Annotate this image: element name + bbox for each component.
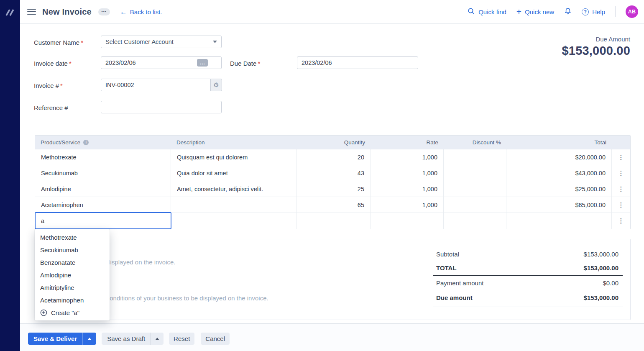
plus-icon: + bbox=[516, 7, 521, 16]
topbar: New Invoice ••• ← Back to list. Quick fi… bbox=[20, 0, 644, 24]
rate-cell[interactable] bbox=[371, 213, 444, 229]
page-title: New Invoice bbox=[42, 7, 92, 17]
discount-cell[interactable] bbox=[444, 149, 506, 165]
app-logo-icon[interactable] bbox=[5, 8, 15, 17]
caret-up-icon bbox=[88, 338, 91, 340]
help-button[interactable]: ? Help bbox=[582, 8, 605, 15]
save-and-deliver-button[interactable]: Save & Deliver bbox=[28, 333, 82, 345]
app-rail bbox=[0, 0, 20, 351]
info-icon[interactable]: i bbox=[83, 140, 89, 145]
reference-number-label: Reference # bbox=[34, 104, 68, 111]
discount-cell[interactable] bbox=[444, 181, 506, 197]
due-amount-row-label: Due amount bbox=[436, 294, 473, 301]
rate-cell[interactable]: 1,000 bbox=[371, 165, 444, 181]
column-header-description: Description bbox=[171, 136, 297, 149]
product-suggestions-dropdown: Methotrexate Secukinumab Benzonatate Aml… bbox=[35, 229, 110, 320]
quick-new-button[interactable]: + Quick new bbox=[516, 8, 554, 16]
quantity-cell[interactable] bbox=[297, 213, 371, 229]
total-value: $153,000.00 bbox=[584, 264, 618, 272]
help-icon: ? bbox=[582, 8, 589, 15]
row-menu-icon[interactable]: ⋮ bbox=[612, 213, 630, 229]
description-cell[interactable]: Quisquam est qui dolorem bbox=[171, 149, 297, 165]
discount-cell[interactable] bbox=[444, 165, 506, 181]
bell-icon bbox=[564, 8, 572, 16]
invoice-number-input[interactable] bbox=[101, 79, 211, 91]
total-cell: $43,000.00 bbox=[506, 165, 612, 181]
required-marker: * bbox=[81, 39, 83, 46]
description-cell[interactable] bbox=[171, 197, 297, 213]
save-as-draft-button[interactable]: Save as Draft bbox=[102, 333, 151, 345]
rate-cell[interactable]: 1,000 bbox=[371, 197, 444, 213]
totals-summary: Subtotal $153,000.00 TOTAL $153,000.00 P… bbox=[433, 247, 623, 307]
description-cell[interactable]: Amet, consectetur, adipisci velit. bbox=[171, 181, 297, 197]
circle-plus-icon bbox=[40, 309, 47, 316]
rate-cell[interactable]: 1,000 bbox=[371, 181, 444, 197]
save-and-deliver-menu-button[interactable] bbox=[82, 333, 96, 345]
rate-cell[interactable]: 1,000 bbox=[371, 149, 444, 165]
due-date-input[interactable] bbox=[297, 56, 418, 69]
gear-icon[interactable]: ⚙ bbox=[211, 79, 222, 91]
customer-account-select[interactable]: Select Customer Account bbox=[101, 36, 222, 48]
dropdown-option[interactable]: Benzonatate bbox=[35, 256, 110, 269]
back-link-label: Back to list. bbox=[130, 8, 162, 15]
column-header-actions bbox=[612, 136, 630, 149]
due-amount-row-value: $153,000.00 bbox=[584, 294, 618, 301]
help-label: Help bbox=[592, 8, 605, 15]
product-search-input[interactable]: a bbox=[35, 212, 171, 229]
subtotal-row: Subtotal $153,000.00 bbox=[433, 247, 623, 261]
quick-find-button[interactable]: Quick find bbox=[468, 8, 506, 16]
notifications-button[interactable] bbox=[564, 8, 572, 16]
table-row: Methotrexate Quisquam est qui dolorem 20… bbox=[35, 149, 630, 165]
dropdown-option[interactable]: Methotrexate bbox=[35, 231, 110, 243]
product-search-value: a bbox=[41, 218, 44, 224]
total-cell: $65,000.00 bbox=[506, 197, 612, 213]
more-actions-button[interactable]: ••• bbox=[98, 8, 110, 15]
cancel-button[interactable]: Cancel bbox=[201, 333, 230, 345]
search-icon bbox=[468, 8, 475, 16]
required-marker: * bbox=[69, 60, 72, 67]
quantity-cell[interactable]: 20 bbox=[297, 149, 371, 165]
user-avatar[interactable]: AB bbox=[626, 5, 638, 18]
menu-icon[interactable] bbox=[27, 9, 36, 15]
description-cell[interactable] bbox=[171, 213, 297, 229]
date-picker-icon[interactable]: … bbox=[197, 59, 208, 67]
quick-new-label: Quick new bbox=[525, 8, 554, 15]
quantity-cell[interactable]: 25 bbox=[297, 181, 371, 197]
product-cell[interactable]: Secukinumab bbox=[35, 165, 171, 181]
customer-name-label: Customer Name* bbox=[34, 39, 83, 46]
save-as-draft-menu-button[interactable] bbox=[151, 333, 164, 345]
required-marker: * bbox=[60, 82, 63, 89]
column-header-discount: Discount % bbox=[444, 136, 506, 149]
row-menu-icon[interactable]: ⋮ bbox=[612, 197, 630, 213]
product-cell[interactable]: Acetaminophen bbox=[35, 197, 171, 213]
row-menu-icon[interactable]: ⋮ bbox=[612, 165, 630, 181]
create-product-option[interactable]: Create "a" bbox=[35, 306, 110, 319]
product-cell[interactable]: Amlodipine bbox=[35, 181, 171, 197]
total-label: TOTAL bbox=[436, 264, 457, 272]
reset-button[interactable]: Reset bbox=[169, 333, 194, 345]
quantity-cell[interactable]: 65 bbox=[297, 197, 371, 213]
invoice-date-label: Invoice date* bbox=[34, 60, 72, 67]
customer-select-placeholder: Select Customer Account bbox=[105, 38, 174, 45]
dropdown-option[interactable]: Amitriptyline bbox=[35, 281, 110, 294]
product-cell[interactable]: Methotrexate bbox=[35, 149, 171, 165]
due-amount-value: $153,000.00 bbox=[562, 44, 630, 58]
dropdown-option[interactable]: Secukinumab bbox=[35, 243, 110, 256]
table-row: Acetaminophen 65 1,000 $65,000.00 ⋮ bbox=[35, 197, 630, 213]
table-row: Amlodipine Amet, consectetur, adipisci v… bbox=[35, 181, 630, 197]
total-cell: $25,000.00 bbox=[506, 181, 612, 197]
dropdown-option[interactable]: Amlodipine bbox=[35, 269, 110, 281]
row-menu-icon[interactable]: ⋮ bbox=[612, 149, 630, 165]
dropdown-option[interactable]: Acetaminophen bbox=[35, 294, 110, 306]
discount-cell[interactable] bbox=[444, 213, 506, 229]
column-header-quantity: Quantity bbox=[297, 136, 371, 149]
row-menu-icon[interactable]: ⋮ bbox=[612, 181, 630, 197]
back-to-list-link[interactable]: ← Back to list. bbox=[120, 8, 162, 15]
reference-number-input[interactable] bbox=[101, 101, 222, 113]
payment-amount-row: Payment amount $0.00 bbox=[433, 276, 623, 290]
discount-cell[interactable] bbox=[444, 197, 506, 213]
description-cell[interactable]: Quia dolor sit amet bbox=[171, 165, 297, 181]
new-product-cell: a bbox=[35, 213, 171, 229]
quantity-cell[interactable]: 43 bbox=[297, 165, 371, 181]
chevron-down-icon bbox=[213, 41, 217, 43]
